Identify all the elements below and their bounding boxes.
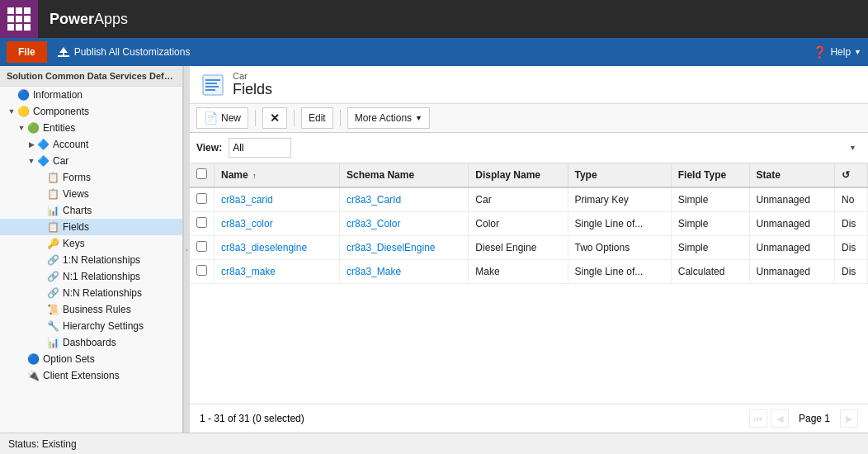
expand-arrow-placeholder [36,222,46,232]
more-actions-button[interactable]: More Actions ▼ [347,107,430,129]
sidebar-label-hierarchy-settings: Hierarchy Settings [63,320,144,332]
sidebar-label-charts: Charts [63,205,92,216]
publish-icon [57,45,70,59]
row-schema-name[interactable]: cr8a3_CarId [340,187,469,212]
expand-arrow [7,90,17,100]
delete-icon: ✕ [270,111,280,125]
row-type: Single Line of... [568,212,671,236]
fields-table-container: Name ↑ Schema Name Display Name Type [190,163,868,404]
edit-button[interactable]: Edit [301,107,333,129]
sidebar-label-client-extensions: Client Extensions [43,370,120,381]
field-type-column-header[interactable]: Field Type [671,163,749,187]
publish-button[interactable]: Publish All Customizations [57,45,191,59]
sidebar-item-keys[interactable]: 🔑 Keys [0,235,182,252]
select-all-checkbox[interactable] [196,168,207,179]
n1-rel-icon: 🔗 [46,270,59,283]
row-name[interactable]: cr8a3_color [215,212,340,236]
sidebar-label-keys: Keys [63,238,85,249]
sidebar-item-views[interactable]: 📋 Views [0,186,182,202]
page-header-text: Car Fields [233,71,272,98]
sidebar-item-hierarchy-settings[interactable]: 🔧 Hierarchy Settings [0,318,182,334]
row-name[interactable]: cr8a3_dieselengine [215,236,340,260]
schema-name-column-header[interactable]: Schema Name [340,163,469,187]
sidebar-item-business-rules[interactable]: 📜 Business Rules [0,301,182,318]
content-area: Car Fields 📄 New ✕ Edit More Actions ▼ [190,66,868,433]
sidebar-label-nn-rel: N:N Relationships [63,287,142,299]
row-field-type: Simple [671,187,749,212]
new-icon: 📄 [204,111,218,125]
status-bar: Status: Existing [0,433,868,454]
row-checkbox[interactable] [196,217,207,228]
svg-rect-2 [203,75,223,95]
sidebar-resize-handle[interactable]: ··· [183,66,190,433]
row-checkbox[interactable] [196,193,207,204]
view-select[interactable]: All Custom Standard Unmanaged [229,138,291,158]
breadcrumb: Car [233,71,272,81]
sidebar-item-forms[interactable]: 📋 Forms [0,169,182,186]
svg-rect-0 [58,55,69,57]
row-checkbox-cell [190,236,215,260]
type-column-header[interactable]: Type [568,163,671,187]
expand-arrow-placeholder [36,239,46,248]
sidebar-item-nn-rel[interactable]: 🔗 N:N Relationships [0,285,182,301]
expand-arrow-placeholder [36,288,46,298]
row-schema-name[interactable]: cr8a3_Color [340,212,469,236]
help-button[interactable]: Help [830,46,851,58]
prev-page-button[interactable]: ◀ [771,409,789,428]
row-checkbox-cell [190,260,215,284]
info-icon: 🔵 [17,88,30,102]
br-icon: 📜 [46,303,59,316]
next-page-button[interactable]: ▶ [840,409,858,428]
display-name-column-header[interactable]: Display Name [469,163,568,187]
sidebar-label-fields: Fields [63,221,89,233]
row-name[interactable]: cr8a3_make [215,260,340,284]
sidebar-item-account[interactable]: ▶ 🔷 Account [0,136,182,153]
toolbar-separator-2 [294,110,295,126]
delete-button[interactable]: ✕ [262,107,287,129]
sidebar-item-1n-rel[interactable]: 🔗 1:N Relationships [0,252,182,268]
row-type: Two Options [568,236,671,260]
sidebar-item-n1-rel[interactable]: 🔗 N:1 Relationships [0,268,182,285]
first-page-button[interactable]: ⏮ [749,409,767,428]
select-all-column [190,163,215,187]
new-button[interactable]: 📄 New [196,107,248,129]
row-schema-name[interactable]: cr8a3_DieselEngine [340,236,469,260]
sidebar-item-fields[interactable]: 📋 Fields [0,219,182,235]
1n-rel-icon: 🔗 [46,253,59,267]
state-column-header[interactable]: State [749,163,835,187]
row-name[interactable]: cr8a3_carid [215,187,340,212]
top-bar: PowerApps [0,0,868,38]
sidebar-label-option-sets: Option Sets [43,353,95,365]
row-checkbox[interactable] [196,265,207,276]
sidebar-item-client-extensions[interactable]: 🔌 Client Extensions [0,367,182,384]
expand-arrow-placeholder [36,189,46,199]
entities-icon: 🟢 [26,121,40,135]
name-column-header[interactable]: Name ↑ [215,163,340,187]
sidebar-item-information[interactable]: 🔵 Information [0,87,182,103]
sidebar-label-information: Information [33,89,83,101]
waffle-menu[interactable] [0,0,38,38]
name-sort-icon: ↑ [252,172,257,180]
row-extra: Dis [835,236,868,260]
row-checkbox-cell [190,187,215,212]
svg-rect-3 [205,79,220,81]
file-button[interactable]: File [7,41,47,63]
sidebar-item-option-sets[interactable]: 🔵 Option Sets [0,351,182,367]
hier-icon: 🔧 [46,319,59,333]
sidebar-item-entities[interactable]: ▼ 🟢 Entities [0,120,182,136]
sidebar-item-components[interactable]: ▼ 🟡 Components [0,103,182,120]
refresh-icon[interactable]: ↺ [842,169,850,181]
pagination-bar: 1 - 31 of 31 (0 selected) ⏮ ◀ Page 1 ▶ [190,404,868,433]
help-dropdown-icon[interactable]: ▼ [854,48,861,56]
row-checkbox[interactable] [196,241,207,252]
expand-arrow-placeholder [36,272,46,281]
sidebar-item-charts[interactable]: 📊 Charts [0,202,182,219]
ribbon-bar: File Publish All Customizations ❓ Help ▼ [0,38,868,66]
sidebar-header: Solution Common Data Services Default... [0,66,182,87]
sidebar-item-car[interactable]: ▼ 🔷 Car [0,153,182,169]
sidebar-item-dashboards[interactable]: 📊 Dashboards [0,334,182,351]
sidebar-label-account: Account [53,139,88,150]
expand-arrow-placeholder [17,371,26,381]
views-icon: 📋 [46,187,59,201]
row-schema-name[interactable]: cr8a3_Make [340,260,469,284]
